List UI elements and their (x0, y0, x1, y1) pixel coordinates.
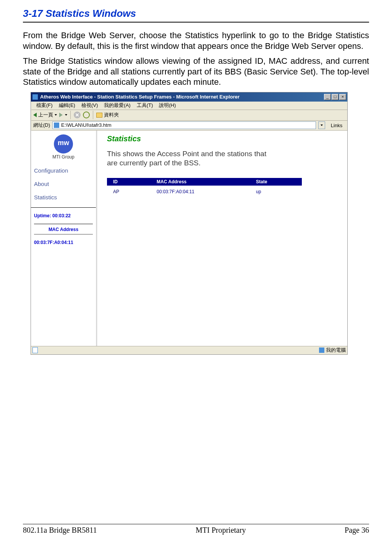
folders-button[interactable]: 資料夾 (96, 112, 119, 118)
close-button[interactable]: × (339, 94, 346, 100)
window-title: Atheros Web Interface - Station Statisti… (40, 94, 240, 100)
window-titlebar: Atheros Web Interface - Station Statisti… (31, 92, 347, 102)
sidebar-rule (31, 207, 96, 208)
statusbar-zone: 我的電腦 (326, 347, 346, 354)
menu-tools[interactable]: 工具(T) (134, 102, 156, 109)
page-footer: 802.11a Bridge BR5811 MTI Proprietary Pa… (23, 524, 369, 535)
menu-view[interactable]: 檢視(V) (78, 102, 101, 109)
col-header-state: State (256, 178, 302, 186)
footer-center: MTI Proprietary (196, 526, 246, 535)
page-description: This shows the Access Point and the stat… (107, 149, 275, 168)
minimize-button[interactable]: _ (324, 94, 331, 100)
table-row[interactable]: AP 00:03:7F:A0:04:11 up (107, 188, 302, 196)
folder-icon (96, 113, 102, 118)
logo-icon (54, 134, 73, 154)
section-title: 3-17 Statistics Windows (23, 8, 369, 19)
stats-table: ID MAC Address State AP 00:03:7F:A0:04:1… (107, 178, 302, 196)
sidebar-mac-title: MAC Address (49, 227, 78, 232)
table-header: ID MAC Address State (107, 178, 302, 186)
cell-state: up (256, 188, 302, 196)
folders-label: 資料夾 (104, 112, 119, 118)
toolbar: 上一頁 資料夾 (31, 110, 347, 121)
menubar: 檔案(F) 編輯(E) 檢視(V) 我的最愛(A) 工具(T) 說明(H) (31, 102, 347, 110)
toolbar-separator (70, 111, 71, 119)
logo: MTI Group (34, 134, 93, 160)
sidebar-item-about[interactable]: About (34, 181, 93, 187)
forward-dropdown-icon (65, 114, 67, 116)
zone-icon (319, 347, 324, 353)
menu-favorites[interactable]: 我的最愛(A) (101, 102, 133, 109)
screenshot: Atheros Web Interface - Station Statisti… (31, 92, 348, 355)
addressbar: 網址(D) E:\WLAN\UI\stafr3.htm Links (31, 121, 347, 131)
footer-left: 802.11a Bridge BR5811 (23, 526, 97, 535)
paragraph-1: From the Bridge Web Server, choose the S… (23, 30, 369, 51)
refresh-button[interactable] (83, 112, 90, 118)
back-arrow-icon (33, 113, 37, 117)
ie-icon (32, 94, 38, 100)
sidebar: MTI Group Configuration About Statistics… (31, 131, 96, 346)
statusbar: 我的電腦 (31, 346, 347, 354)
page-icon (32, 347, 38, 353)
col-header-mac: MAC Address (157, 178, 256, 186)
cell-mac[interactable]: 00:03:7F:A0:04:11 (157, 188, 256, 196)
uptime-label: Uptime: 00:03:22 (34, 213, 93, 218)
sidebar-item-configuration[interactable]: Configuration (34, 167, 93, 174)
back-label: 上一頁 (38, 112, 53, 118)
cell-id: AP (107, 188, 157, 196)
sidebar-mac-header: MAC Address (34, 224, 93, 234)
browser-content: MTI Group Configuration About Statistics… (31, 131, 347, 346)
chevron-down-icon (321, 124, 323, 126)
menu-help[interactable]: 說明(H) (156, 102, 179, 109)
page-title: Statistics (107, 134, 340, 143)
section-rule (23, 22, 369, 23)
address-dropdown-button[interactable] (318, 121, 325, 129)
back-dropdown-icon (55, 114, 57, 116)
back-button[interactable]: 上一頁 (33, 112, 57, 118)
stop-button[interactable] (74, 112, 81, 118)
toolbar-separator-2 (93, 111, 93, 119)
logo-label: MTI Group (34, 154, 93, 160)
col-header-id: ID (107, 178, 157, 186)
menu-file[interactable]: 檔案(F) (33, 102, 56, 109)
address-input[interactable]: E:\WLAN\UI\stafr3.htm (52, 121, 316, 129)
main-panel: Statistics This shows the Access Point a… (97, 131, 347, 346)
maximize-button[interactable]: □ (332, 94, 339, 100)
paragraph-2: The Bridge Statistics window allows view… (23, 56, 369, 87)
sidebar-mac-value: 00:03:7F:A0:04:11 (34, 240, 93, 245)
menu-edit[interactable]: 編輯(E) (56, 102, 78, 109)
address-label: 網址(D) (33, 122, 50, 129)
sidebar-item-statistics[interactable]: Statistics (34, 194, 93, 200)
forward-button[interactable] (59, 113, 63, 117)
links-button[interactable]: Links (327, 123, 346, 128)
footer-right: Page 36 (345, 526, 369, 535)
